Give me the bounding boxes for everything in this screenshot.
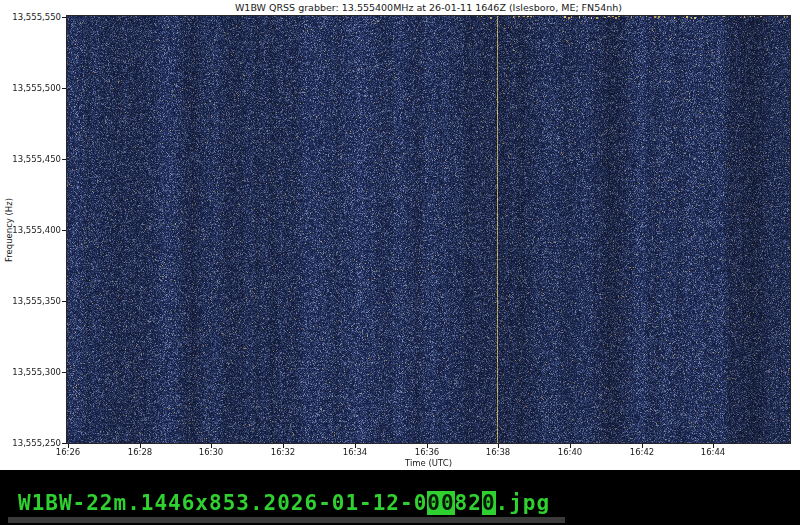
y-tick-mark <box>62 301 66 302</box>
filename-segment: 82 <box>455 491 482 515</box>
filename-text: W1BW-22m.1446x853.2026-01-12-000820.jpg <box>18 491 550 515</box>
x-tick-label: 16:32 <box>261 447 305 457</box>
x-axis-label: Time (UTC) <box>67 458 790 468</box>
filename-segment: W1BW-22m.1446x853.2026-01-12-0 <box>18 491 427 515</box>
filename-segment-highlighted: 00 <box>427 491 454 515</box>
cursor-bar <box>8 517 565 523</box>
spectrogram-canvas <box>67 16 790 443</box>
y-tick-mark <box>62 88 66 89</box>
x-tick-label: 16:26 <box>46 447 90 457</box>
y-tick-mark <box>62 230 66 231</box>
y-tick-label: 13,555,450 <box>0 154 61 164</box>
y-tick-label: 13,555,500 <box>0 83 61 93</box>
y-tick-label: 13,555,550 <box>0 12 61 22</box>
x-tick-label: 16:42 <box>620 447 664 457</box>
terminal-bar: W1BW-22m.1446x853.2026-01-12-000820.jpg <box>0 470 800 525</box>
x-tick-label: 16:36 <box>405 447 449 457</box>
y-tick-mark <box>62 159 66 160</box>
spectrogram-figure: W1BW QRSS grabber: 13.555400MHz at 26-01… <box>0 0 800 470</box>
plot-title: W1BW QRSS grabber: 13.555400MHz at 26-01… <box>67 2 790 13</box>
y-tick-label: 13,555,400 <box>0 225 61 235</box>
filename-segment-highlighted: 0 <box>482 491 496 515</box>
x-tick-label: 16:44 <box>691 447 735 457</box>
x-tick-label: 16:40 <box>548 447 592 457</box>
y-tick-mark <box>62 443 66 444</box>
x-tick-label: 16:30 <box>189 447 233 457</box>
y-tick-label: 13,555,300 <box>0 367 61 377</box>
y-tick-mark <box>62 372 66 373</box>
y-tick-label: 13,555,350 <box>0 296 61 306</box>
x-tick-label: 16:28 <box>118 447 162 457</box>
filename-segment: .jpg <box>496 491 551 515</box>
x-tick-label: 16:34 <box>333 447 377 457</box>
x-tick-label: 16:38 <box>476 447 520 457</box>
y-tick-mark <box>62 17 66 18</box>
